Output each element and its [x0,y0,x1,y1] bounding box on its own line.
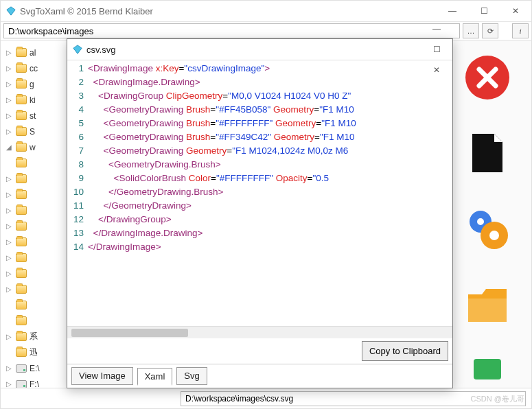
folder-icon [16,64,27,73]
tree-label: g [30,80,34,89]
folder-icon [16,95,27,104]
modal-titlebar: csv.svg — ☐ ✕ [67,39,452,60]
tree-label: w [30,143,36,152]
tree-item[interactable] [6,155,67,171]
modal-title: csv.svg [86,45,115,55]
tree-label: S [30,127,35,137]
refresh-button[interactable]: ⟳ [482,23,498,38]
expand-icon[interactable]: ▷ [6,49,13,56]
folder-icon [16,222,27,231]
tree-label: 迅 [30,347,38,358]
preview-icon [464,130,511,176]
expand-icon[interactable]: ◢ [6,143,13,151]
tree-label: al [30,48,36,58]
tree-label: st [30,111,36,121]
expand-icon[interactable]: ▷ [6,222,13,230]
preview-icon [464,205,511,252]
tree-item[interactable]: ▷cc [6,60,67,76]
maximize-button[interactable]: ☐ [468,1,500,21]
tree-item[interactable]: ▷al [6,45,67,60]
expand-icon[interactable]: ▷ [6,65,13,72]
folder-icon [16,348,27,357]
tab-view-image[interactable]: View Image [71,367,133,385]
close-button[interactable]: ✕ [500,1,531,21]
code-preview-window: csv.svg — ☐ ✕ 1234567891011121314 <Drawi… [67,38,453,388]
folder-icon [16,253,27,262]
line-gutter: 1234567891011121314 [67,60,88,326]
expand-icon[interactable]: ▷ [6,333,13,340]
tree-item[interactable]: ▷ki [6,92,67,108]
folder-icon [16,159,27,167]
copy-clipboard-button[interactable]: Copy to Clipboard [362,341,448,361]
expand-icon[interactable]: ▷ [6,285,13,293]
expand-icon[interactable]: ▷ [6,175,13,183]
modal-minimize-button[interactable]: — [421,19,452,39]
watermark: CSDN @卷儿哥 [471,394,524,404]
tab-xaml[interactable]: Xaml [137,368,173,386]
tree-item[interactable]: ▷st [6,108,67,124]
tree-item[interactable]: ▷ [6,234,67,250]
tree-item[interactable]: ▷ [6,250,67,266]
expand-icon[interactable]: ▷ [6,80,13,88]
horizontal-scrollbar[interactable] [67,326,452,338]
info-button[interactable]: i [512,23,529,38]
svg-rect-7 [474,359,501,379]
preview-icon [464,356,511,384]
tree-item[interactable]: ▷ [6,266,67,281]
expand-icon[interactable]: ▷ [6,364,13,372]
folder-icon [16,285,27,294]
expand-icon[interactable]: ▷ [6,270,13,277]
app-icon [73,45,82,54]
modal-maximize-button[interactable]: ☐ [421,39,452,60]
code-editor[interactable]: 1234567891011121314 <DrawingImage x:Key=… [67,60,452,326]
folder-icon [16,206,27,215]
preview-icon [464,54,511,101]
app-icon [6,6,16,16]
svg-marker-8 [73,45,82,54]
tab-svg[interactable]: Svg [176,367,207,385]
tree-item[interactable]: ▷S [6,124,67,139]
tree-item[interactable]: ▷ [6,187,67,202]
tree-item[interactable]: ▷g [6,76,67,92]
tree-label: cc [30,64,38,73]
tree-item[interactable]: ◢w [6,139,67,155]
folder-icon [16,316,27,325]
folder-icon [16,143,27,152]
scroll-thumb[interactable] [71,329,188,337]
expand-icon[interactable]: ▷ [6,207,13,214]
tree-item[interactable]: ▷系 [6,329,67,344]
folder-tree[interactable]: ▷al▷cc▷g▷ki▷st▷S◢w▷▷▷▷▷▷▷▷▷系迅▷E:\▷F:\ [1,40,67,388]
folder-icon [16,190,27,199]
expand-icon[interactable]: ▷ [6,96,13,104]
tree-item[interactable]: ▷E:\ [6,360,67,376]
tree-item[interactable]: ▷F:\ [6,376,67,388]
tree-label: F:\ [30,379,39,388]
tree-item[interactable]: ▷ [6,218,67,234]
expand-icon[interactable]: ▷ [6,380,13,388]
status-bar [1,388,531,408]
path-input[interactable] [3,23,460,38]
svg-point-3 [477,218,484,225]
tree-item[interactable]: ▷ [6,171,67,187]
expand-icon[interactable]: ▷ [6,238,13,246]
code-content[interactable]: <DrawingImage x:Key="csvDrawingImage"> <… [88,60,452,326]
drive-icon [16,364,27,373]
tree-label: ki [30,95,36,105]
svg-marker-0 [7,7,15,15]
expand-icon[interactable]: ▷ [6,112,13,119]
folder-icon [16,111,27,120]
expand-icon[interactable]: ▷ [6,128,13,135]
preview-icon [464,281,511,327]
tree-item[interactable]: 迅 [6,344,67,360]
folder-icon [16,127,27,136]
tree-item[interactable]: ▷ [6,281,67,297]
folder-icon [16,269,27,278]
expand-icon[interactable]: ▷ [6,191,13,198]
browse-button[interactable]: … [463,23,479,38]
folder-icon [16,174,27,183]
tree-item[interactable]: ▷ [6,202,67,218]
tree-item[interactable] [6,297,67,313]
drive-icon [16,380,27,388]
expand-icon[interactable]: ▷ [6,254,13,261]
tree-item[interactable] [6,313,67,329]
